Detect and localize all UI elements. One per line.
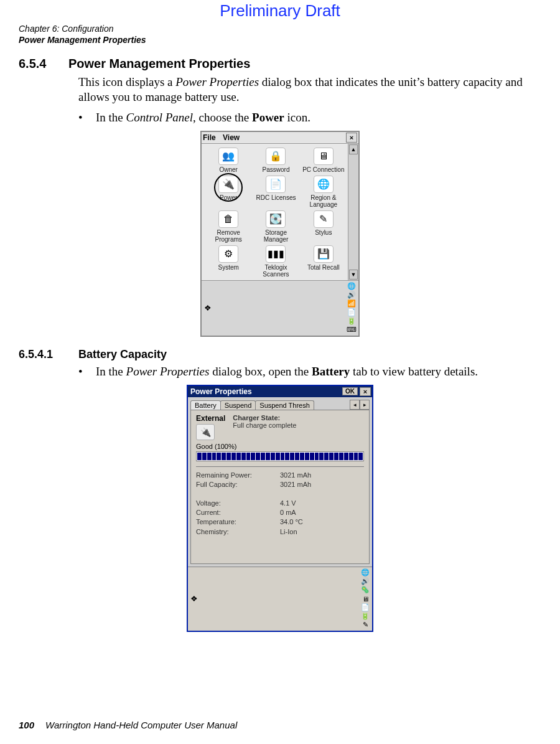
app-icon: 📄 — [266, 176, 286, 193]
capacity-tick — [246, 453, 251, 460]
tray-icon[interactable]: 🖥 — [361, 595, 370, 603]
tray-icon[interactable]: 📶 — [347, 299, 356, 308]
full-capacity-label: Full Capacity: — [196, 480, 280, 489]
control-panel-item[interactable]: 🌐Region & Language — [301, 176, 347, 208]
control-panel-item[interactable]: 🖥PC Connection — [301, 148, 347, 173]
capacity-bar — [196, 451, 364, 461]
current-value: 0 mA — [280, 508, 296, 517]
app-label: Region & Language — [301, 194, 347, 208]
app-icon: 👥 — [218, 148, 238, 165]
tab-scroll-right[interactable]: ▸ — [360, 400, 370, 410]
current-label: Current: — [196, 508, 280, 517]
app-icon: 💾 — [314, 245, 334, 263]
tab-scroll-left[interactable]: ◂ — [350, 400, 360, 410]
capacity-tick — [266, 453, 270, 460]
control-panel-item[interactable]: 🔒Password — [253, 148, 299, 173]
capacity-tick — [261, 453, 265, 460]
capacity-tick — [329, 453, 334, 460]
control-panel-item[interactable]: ✎Stylus — [301, 210, 347, 243]
control-panel-item[interactable]: ▮▮▮Teklogix Scanners — [253, 245, 299, 278]
start-icon[interactable]: ❖ — [204, 303, 212, 313]
ok-button[interactable]: OK — [342, 387, 358, 395]
capacity-tick — [349, 453, 353, 460]
tray-icon[interactable]: ✎ — [361, 621, 370, 629]
capacity-tick — [339, 453, 343, 460]
tray-icon[interactable]: 📄 — [361, 603, 370, 612]
capacity-tick — [231, 453, 236, 460]
app-label: PC Connection — [301, 166, 347, 173]
control-panel-item[interactable]: 👥Owner — [205, 148, 251, 173]
chemistry-value: Li-Ion — [280, 527, 297, 537]
external-label: External — [196, 414, 225, 423]
battery-panel: External 🔌 Charger State: Full charge co… — [190, 410, 370, 564]
capacity-status: Good (100%) — [196, 443, 364, 450]
capacity-tick — [207, 453, 212, 460]
app-icon: 🖥 — [314, 148, 334, 165]
control-panel-titlebar: File View × — [202, 132, 358, 144]
page-number: 100 — [19, 720, 34, 730]
control-panel-item[interactable]: 💽Storage Manager — [253, 210, 299, 243]
capacity-tick — [354, 453, 358, 460]
app-label: System — [205, 264, 251, 271]
bullet-marker: • — [78, 365, 96, 379]
book-title: Warrington Hand-Held Computer User Manua… — [45, 720, 237, 730]
scroll-down-button[interactable]: ▼ — [349, 270, 358, 280]
app-icon: 💽 — [266, 210, 286, 228]
section-number: 6.5.4 — [19, 57, 68, 71]
dialog-title: Power Properties — [190, 387, 342, 396]
temperature-label: Temperature: — [196, 517, 280, 527]
tray-icon[interactable]: 🔋 — [361, 612, 370, 621]
capacity-tick — [271, 453, 275, 460]
capacity-tick — [358, 453, 363, 460]
tab-suspend-threshold[interactable]: Suspend Thresh — [255, 400, 314, 410]
menu-view[interactable]: View — [223, 133, 240, 142]
temperature-value: 34.0 °C — [280, 517, 303, 527]
tray-icon[interactable]: ⌨ — [347, 326, 356, 334]
running-head-chapter: Chapter 6: Configuration — [19, 23, 541, 34]
capacity-tick — [310, 453, 314, 460]
capacity-tick — [212, 453, 217, 460]
subsection-bullet: • In the Power Properties dialog box, op… — [78, 365, 541, 379]
section-title: Power Management Properties — [68, 57, 250, 70]
scrollbar[interactable]: ▲ ▼ — [348, 144, 358, 280]
chemistry-label: Chemistry: — [196, 527, 280, 537]
control-panel-grid: 👥Owner🔒Password🖥PC Connection🔌Power📄RDC … — [202, 144, 348, 280]
page-footer: 100Warrington Hand-Held Computer User Ma… — [19, 720, 237, 730]
section-bullet: • In the Control Panel, choose the Power… — [78, 111, 541, 125]
capacity-tick — [344, 453, 348, 460]
watermark: Preliminary Draft — [19, 0, 541, 21]
tray-icon[interactable]: 🔊 — [347, 291, 356, 299]
taskbar: ❖ 🌐🔊📶📄🔋⌨ — [202, 280, 358, 336]
control-panel-item[interactable]: 🗑Remove Programs — [205, 210, 251, 243]
app-label: Owner — [205, 166, 251, 173]
control-panel-item[interactable]: 📄RDC Licenses — [253, 176, 299, 208]
app-icon: 🌐 — [314, 176, 334, 193]
close-button[interactable]: × — [346, 133, 357, 143]
tab-suspend[interactable]: Suspend — [220, 400, 256, 410]
tray-icon[interactable]: 🦠 — [361, 586, 370, 595]
tray-icon[interactable]: 🔊 — [361, 577, 370, 586]
capacity-tick — [315, 453, 319, 460]
capacity-tick — [251, 453, 255, 460]
capacity-tick — [197, 453, 202, 460]
close-button[interactable]: × — [360, 387, 371, 396]
capacity-tick — [334, 453, 338, 460]
tray-icon[interactable]: 🌐 — [361, 568, 370, 577]
control-panel-item[interactable]: 🔌Power — [205, 176, 251, 208]
start-icon[interactable]: ❖ — [190, 594, 198, 603]
control-panel-item[interactable]: 💾Total Recall — [301, 245, 347, 278]
tab-battery[interactable]: Battery — [190, 400, 221, 410]
tray-icon[interactable]: 🌐 — [347, 282, 356, 291]
charger-state-value: Full charge complete — [233, 421, 296, 429]
plug-icon: 🔌 — [196, 424, 215, 440]
capacity-tick — [241, 453, 246, 460]
tray-icon[interactable]: 🔋 — [347, 317, 356, 326]
control-panel-item[interactable]: ⚙System — [205, 245, 251, 278]
app-label: Stylus — [301, 229, 347, 236]
menu-file[interactable]: File — [203, 133, 216, 142]
scroll-up-button[interactable]: ▲ — [349, 144, 358, 154]
tray-icon[interactable]: 📄 — [347, 308, 356, 317]
power-properties-window: Power Properties OK × Battery Suspend Su… — [187, 385, 373, 632]
subsection-heading: 6.5.4.1Battery Capacity — [19, 348, 541, 361]
capacity-tick — [256, 453, 260, 460]
